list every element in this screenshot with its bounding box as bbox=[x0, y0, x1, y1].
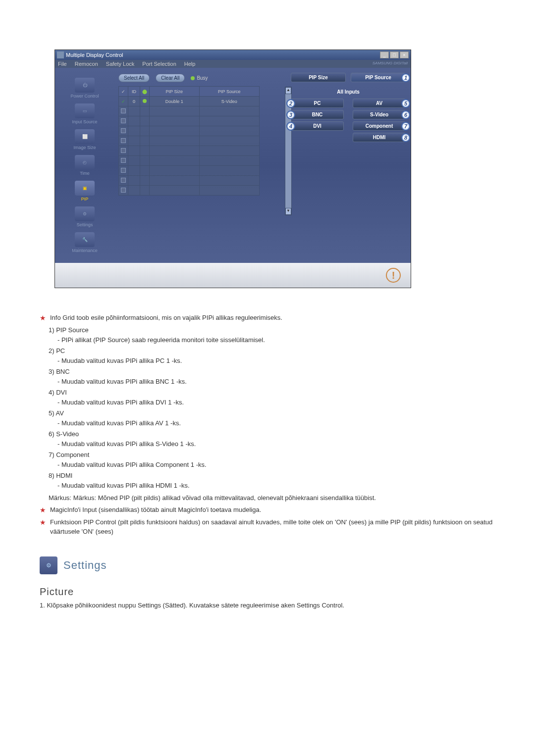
list-item: 2) PC - Muudab valitud kuvas PIPi allika… bbox=[49, 346, 505, 365]
sidebar-label: Time bbox=[80, 171, 90, 176]
app-window: Multiple Display Control _ □ × File Remo… bbox=[54, 50, 411, 288]
menu-help[interactable]: Help bbox=[184, 61, 196, 67]
input-svideo-button[interactable]: S-Video 6 bbox=[353, 110, 406, 119]
sidebar-label: Image Size bbox=[73, 145, 96, 150]
busy-label: Busy bbox=[197, 75, 208, 81]
sidebar-item-pip[interactable]: ▣ PIP bbox=[58, 181, 111, 202]
info-icon: ! bbox=[386, 268, 401, 283]
table-row[interactable] bbox=[119, 136, 260, 146]
sidebar-item-image-size[interactable]: ⬜ Image Size bbox=[58, 129, 111, 150]
all-inputs-label: All Inputs bbox=[291, 89, 406, 95]
table-row[interactable]: ✓ 0 Double 1 S-Video bbox=[119, 97, 260, 106]
menu-file[interactable]: File bbox=[58, 61, 67, 67]
badge-8: 8 bbox=[401, 133, 410, 142]
table-row[interactable] bbox=[119, 146, 260, 156]
pip-size-button[interactable]: PIP Size bbox=[291, 73, 346, 82]
unchecked-icon[interactable] bbox=[121, 148, 126, 153]
unchecked-icon[interactable] bbox=[121, 138, 126, 143]
sidebar-item-maintenance[interactable]: 🔧 Maintenance bbox=[58, 232, 111, 253]
table-row[interactable] bbox=[119, 116, 260, 126]
window-controls: _ □ × bbox=[380, 51, 409, 58]
pip-source-button[interactable]: PIP Source 1 bbox=[351, 73, 406, 82]
input-label: Component bbox=[366, 123, 393, 129]
input-label: DVI bbox=[313, 123, 321, 129]
settings-section-icon: ⚙ bbox=[40, 556, 57, 574]
badge-2: 2 bbox=[286, 99, 295, 108]
badge-4: 4 bbox=[286, 122, 295, 131]
unchecked-icon[interactable] bbox=[121, 168, 126, 173]
sidebar-item-time[interactable]: ◴ Time bbox=[58, 155, 111, 176]
input-dvi-button[interactable]: 4 DVI bbox=[291, 121, 344, 131]
sidebar-label: Settings bbox=[77, 222, 93, 227]
input-label: S-Video bbox=[370, 112, 388, 117]
input-component-button[interactable]: Component 7 bbox=[353, 121, 406, 131]
menu-safety-lock[interactable]: Safety Lock bbox=[106, 61, 134, 67]
table-row[interactable] bbox=[119, 176, 260, 186]
pip-icon: ▣ bbox=[75, 181, 95, 196]
menu-port-selection[interactable]: Port Selection bbox=[142, 61, 176, 67]
input-grid: 2 PC AV 5 3 BNC S-Video 6 bbox=[291, 99, 406, 142]
bottom-bar: ! bbox=[55, 263, 411, 288]
table-row[interactable] bbox=[119, 126, 260, 136]
pip-source-label: PIP Source bbox=[365, 75, 391, 80]
col-check[interactable]: ✓ bbox=[119, 87, 128, 97]
window-title: Multiple Display Control bbox=[66, 52, 123, 58]
star-note: ★ Info Grid toob esile põhiinformatsioon… bbox=[40, 313, 505, 323]
intro-text: Info Grid toob esile põhiinformatsiooni,… bbox=[50, 313, 282, 323]
table-row[interactable] bbox=[119, 186, 260, 196]
col-status: ⬤ bbox=[140, 87, 150, 97]
unchecked-icon[interactable] bbox=[121, 128, 126, 133]
titlebar: Multiple Display Control _ □ × bbox=[55, 50, 411, 60]
unchecked-icon[interactable] bbox=[121, 178, 126, 183]
list-item: 3) BNC - Muudab valitud kuvas PIPi allik… bbox=[49, 367, 505, 386]
select-all-button[interactable]: Select All bbox=[118, 74, 150, 82]
power-icon: ⏻ bbox=[75, 78, 95, 93]
badge-6: 6 bbox=[401, 110, 410, 119]
list-item: 6) S-Video - Muudab valitud kuvas PIPi a… bbox=[49, 429, 505, 449]
status-on-icon bbox=[143, 99, 147, 103]
input-label: BNC bbox=[312, 112, 323, 117]
numbered-list: 1) PIP Source - PIPi allikat (PIP Source… bbox=[49, 325, 505, 503]
star-icon: ★ bbox=[40, 505, 46, 515]
sidebar-item-settings[interactable]: ⚙ Settings bbox=[58, 206, 111, 227]
close-button[interactable]: × bbox=[400, 51, 409, 58]
unchecked-icon[interactable] bbox=[121, 118, 126, 123]
col-pip-source: PIP Source bbox=[199, 87, 259, 97]
input-label: HDMI bbox=[373, 135, 386, 140]
scroll-down-icon[interactable]: ▼ bbox=[285, 208, 291, 215]
app-icon bbox=[57, 51, 64, 58]
maximize-button[interactable]: □ bbox=[390, 51, 399, 58]
star-text: Funktsioon PIP Control (pilt pildis funk… bbox=[50, 517, 505, 537]
col-id: ID bbox=[128, 87, 140, 97]
settings-section-header: ⚙ Settings bbox=[40, 556, 505, 574]
sidebar-item-power-control[interactable]: ⏻ Power Control bbox=[58, 78, 111, 99]
table-row[interactable] bbox=[119, 106, 260, 116]
unchecked-icon[interactable] bbox=[121, 158, 126, 163]
cell-id: 0 bbox=[128, 97, 140, 106]
input-bnc-button[interactable]: 3 BNC bbox=[291, 110, 344, 119]
unchecked-icon[interactable] bbox=[121, 188, 126, 193]
star-note: ★ Funktsioon PIP Control (pilt pildis fu… bbox=[40, 517, 505, 537]
unchecked-icon[interactable] bbox=[121, 108, 126, 113]
input-av-button[interactable]: AV 5 bbox=[353, 99, 406, 108]
input-label: AV bbox=[376, 101, 382, 106]
table-row[interactable] bbox=[119, 156, 260, 166]
star-icon: ★ bbox=[40, 313, 46, 323]
input-pc-button[interactable]: 2 PC bbox=[291, 99, 344, 108]
list-item: 8) HDMI - Muudab valitud kuvas PIPi alli… bbox=[49, 471, 505, 490]
settings-title: Settings bbox=[63, 559, 107, 572]
settings-icon: ⚙ bbox=[75, 206, 95, 221]
busy-indicator: Busy bbox=[191, 75, 208, 81]
list-item: 1) PIP Source - PIPi allikat (PIP Source… bbox=[49, 325, 505, 345]
sidebar-item-input-source[interactable]: ▭ Input Source bbox=[58, 103, 111, 124]
menu-remocon[interactable]: Remocon bbox=[75, 61, 98, 67]
list-item: 7) Component - Muudab valitud kuvas PIPi… bbox=[49, 450, 505, 469]
minimize-button[interactable]: _ bbox=[380, 51, 389, 58]
table-row[interactable] bbox=[119, 166, 260, 176]
checked-icon[interactable]: ✓ bbox=[121, 99, 125, 104]
picture-title: Picture bbox=[40, 586, 505, 598]
sidebar-label: Power Control bbox=[70, 94, 99, 99]
clear-all-button[interactable]: Clear All bbox=[156, 74, 185, 82]
input-hdmi-button[interactable]: HDMI 8 bbox=[353, 133, 406, 142]
badge-3: 3 bbox=[286, 110, 295, 119]
